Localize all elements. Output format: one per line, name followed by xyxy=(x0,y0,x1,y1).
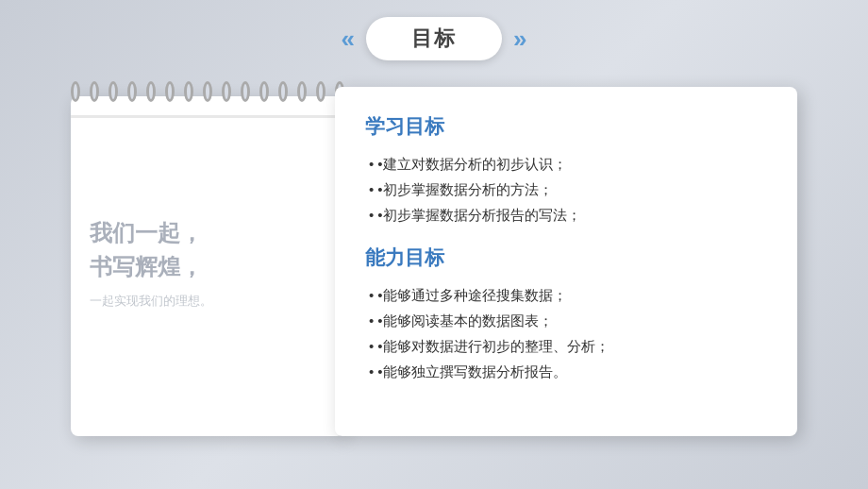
spiral-ring xyxy=(146,81,156,102)
spiral-ring xyxy=(127,81,137,102)
list-item: •能够独立撰写数据分析报告。 xyxy=(365,359,767,384)
main-content: 我们一起， 书写辉煌， 一起实现我们的理想。 学习目标 •建立对数据分析的初步认… xyxy=(66,87,802,436)
notebook-text-line1: 我们一起， xyxy=(90,220,203,245)
list-item: •建立对数据分析的初步认识； xyxy=(365,151,767,177)
list-item: •能够通过多种途径搜集数据； xyxy=(365,282,767,308)
content-panel: 学习目标 •建立对数据分析的初步认识； •初步掌握数据分析的方法； •初步掌握数… xyxy=(335,87,797,436)
spiral-ring xyxy=(203,81,212,102)
nav-title: 目标 xyxy=(366,17,502,60)
notebook-panel: 我们一起， 书写辉煌， 一起实现我们的理想。 xyxy=(71,96,344,436)
list-item: •初步掌握数据分析报告的写法； xyxy=(365,202,767,228)
list-item: •初步掌握数据分析的方法； xyxy=(365,177,767,202)
spiral-ring xyxy=(222,81,231,102)
spiral-ring xyxy=(165,81,175,102)
notebook-ruled-line xyxy=(71,115,344,118)
notebook-spiral xyxy=(71,81,344,102)
spiral-ring xyxy=(316,81,326,102)
section2-items: •能够通过多种途径搜集数据； •能够阅读基本的数据图表； •能够对数据进行初步的… xyxy=(365,282,767,384)
spiral-ring xyxy=(90,81,99,102)
spiral-ring xyxy=(108,81,118,102)
spiral-ring xyxy=(297,81,307,102)
spiral-ring xyxy=(259,81,269,102)
notebook-main-text: 我们一起， 书写辉煌， xyxy=(90,216,326,284)
spiral-ring xyxy=(241,81,250,102)
spiral-ring xyxy=(278,81,288,102)
notebook-body: 我们一起， 书写辉煌， 一起实现我们的理想。 xyxy=(71,96,344,417)
nav-next-button[interactable]: » xyxy=(502,25,538,54)
spiral-ring xyxy=(71,81,80,102)
spiral-ring xyxy=(184,81,193,102)
section2-title: 能力目标 xyxy=(365,244,767,271)
notebook-sub-text: 一起实现我们的理想。 xyxy=(90,292,326,312)
top-navigation: « 目标 » xyxy=(330,17,539,60)
list-item: •能够对数据进行初步的整理、分析； xyxy=(365,333,767,359)
list-item: •能够阅读基本的数据图表； xyxy=(365,308,767,333)
section1-title: 学习目标 xyxy=(365,113,767,140)
section1-items: •建立对数据分析的初步认识； •初步掌握数据分析的方法； •初步掌握数据分析报告… xyxy=(365,151,767,228)
nav-prev-button[interactable]: « xyxy=(330,25,366,54)
notebook-text-line2: 书写辉煌， xyxy=(90,254,203,279)
